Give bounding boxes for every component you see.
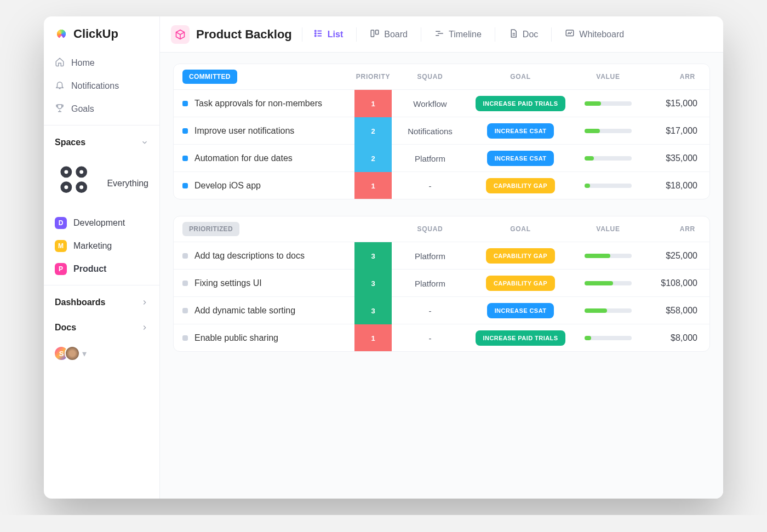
value-cell[interactable] [573, 336, 644, 340]
user-avatars[interactable]: S ▾ [44, 340, 159, 367]
arr-cell[interactable]: $17,000 [644, 126, 709, 136]
priority-cell[interactable]: 3 [354, 297, 392, 324]
everything-label: Everything [107, 179, 148, 188]
squad-cell[interactable]: - [392, 334, 468, 343]
chevron-down-icon [141, 139, 148, 146]
goal-cell[interactable]: CAPABILITY GAP [468, 276, 573, 291]
squad-cell[interactable]: Platform [392, 251, 468, 261]
brand-name: ClickUp [73, 27, 118, 41]
svg-point-2 [62, 184, 70, 191]
squad-cell[interactable]: Platform [392, 154, 468, 163]
view-tab-timeline[interactable]: Timeline [433, 25, 483, 44]
priority-cell[interactable]: 2 [354, 145, 392, 172]
sidebar-item-goals[interactable]: Goals [44, 98, 159, 121]
task-row[interactable]: Automation for due dates 2 Platform INCR… [174, 144, 709, 171]
space-badge: M [55, 240, 67, 252]
goal-cell[interactable]: INCREASE CSAT [468, 151, 573, 166]
dashboards-label: Dashboards [55, 298, 105, 307]
task-group: PRIORITIZED SQUAD GOAL VALUE ARR Add tag… [173, 216, 710, 352]
value-cell[interactable] [573, 129, 644, 133]
status-square-icon[interactable] [182, 101, 188, 106]
task-name: Fixing settings UI [194, 278, 262, 288]
goal-cell[interactable]: CAPABILITY GAP [468, 178, 573, 193]
task-row[interactable]: Enable public sharing 1 - INCREASE PAID … [174, 324, 709, 351]
sidebar-space-development[interactable]: DDevelopment [44, 211, 159, 234]
sidebar-item-everything[interactable]: Everything [44, 155, 159, 211]
sidebar-item-home[interactable]: Home [44, 52, 159, 75]
goal-cell[interactable]: INCREASE PAID TRIALS [468, 96, 573, 111]
goal-cell[interactable]: CAPABILITY GAP [468, 248, 573, 264]
arr-cell[interactable]: $25,000 [644, 251, 709, 261]
status-square-icon[interactable] [182, 128, 188, 134]
space-badge: P [55, 263, 67, 275]
task-name-cell: Enable public sharing [174, 333, 354, 343]
arr-cell[interactable]: $15,000 [644, 99, 709, 108]
status-pill[interactable]: PRIORITIZED [182, 222, 239, 236]
priority-cell[interactable]: 2 [354, 117, 392, 145]
sidebar-item-docs[interactable]: Docs [44, 315, 159, 340]
squad-cell[interactable]: - [392, 306, 468, 316]
spaces-header[interactable]: Spaces [44, 130, 159, 155]
status-square-icon[interactable] [182, 156, 188, 161]
svg-point-0 [62, 168, 70, 176]
task-row[interactable]: Develop iOS app 1 - CAPABILITY GAP $18,0… [174, 171, 709, 199]
sidebar-space-marketing[interactable]: MMarketing [44, 234, 159, 258]
view-tab-doc[interactable]: Doc [507, 25, 539, 44]
arr-cell[interactable]: $18,000 [644, 181, 709, 191]
status-pill[interactable]: COMMITTED [182, 70, 237, 84]
view-tab-list[interactable]: List [312, 25, 344, 44]
view-tab-whiteboard[interactable]: Whiteboard [564, 25, 625, 44]
space-label: Product [73, 264, 106, 274]
squad-cell[interactable]: Notifications [392, 127, 468, 136]
task-row[interactable]: Fixing settings UI 3 Platform CAPABILITY… [174, 269, 709, 296]
task-name-cell: Fixing settings UI [174, 278, 354, 288]
squad-cell[interactable]: Platform [392, 279, 468, 288]
status-square-icon[interactable] [182, 281, 188, 286]
value-cell[interactable] [573, 184, 644, 188]
priority-cell[interactable]: 1 [354, 90, 392, 117]
sidebar-item-dashboards[interactable]: Dashboards [44, 290, 159, 315]
sidebar-item-notifications[interactable]: Notifications [44, 75, 159, 98]
priority-cell[interactable]: 1 [354, 172, 392, 199]
priority-cell[interactable]: 1 [354, 324, 392, 352]
sidebar-space-product[interactable]: PProduct [44, 258, 159, 281]
status-square-icon[interactable] [182, 183, 188, 188]
status-square-icon[interactable] [182, 335, 188, 341]
task-row[interactable]: Add tag descriptions to docs 3 Platform … [174, 242, 709, 269]
divider [44, 285, 159, 285]
goal-pill: INCREASE CSAT [487, 303, 554, 318]
col-value: VALUE [573, 225, 644, 233]
task-row[interactable]: Task approvals for non-members 1 Workflo… [174, 89, 709, 117]
value-cell[interactable] [573, 156, 644, 161]
arr-cell[interactable]: $35,000 [644, 153, 709, 163]
status-square-icon[interactable] [182, 308, 188, 313]
divider [495, 27, 495, 42]
goal-cell[interactable]: INCREASE PAID TRIALS [468, 330, 573, 346]
spaces-label: Spaces [55, 138, 85, 147]
value-bar [585, 129, 632, 133]
task-name: Improve user notifications [194, 126, 294, 136]
value-cell[interactable] [573, 281, 644, 285]
page-title: Product Backlog [196, 27, 292, 42]
value-cell[interactable] [573, 101, 644, 106]
goal-cell[interactable]: INCREASE CSAT [468, 303, 573, 318]
svg-point-6 [314, 35, 316, 36]
arr-cell[interactable]: $8,000 [644, 333, 709, 343]
view-tab-board[interactable]: Board [369, 25, 409, 44]
priority-cell[interactable]: 3 [354, 270, 392, 297]
squad-cell[interactable]: Workflow [392, 99, 468, 108]
chevron-right-icon [141, 324, 148, 331]
task-row[interactable]: Improve user notifications 2 Notificatio… [174, 117, 709, 144]
space-label: Development [73, 218, 125, 228]
value-cell[interactable] [573, 254, 644, 258]
arr-cell[interactable]: $108,000 [644, 278, 709, 288]
goal-cell[interactable]: INCREASE CSAT [468, 123, 573, 139]
squad-cell[interactable]: - [392, 181, 468, 191]
priority-cell[interactable]: 3 [354, 242, 392, 270]
brand-logo[interactable]: ClickUp [44, 26, 159, 52]
divider [44, 125, 159, 125]
status-square-icon[interactable] [182, 253, 188, 259]
arr-cell[interactable]: $58,000 [644, 306, 709, 316]
value-cell[interactable] [573, 308, 644, 313]
task-row[interactable]: Add dynamic table sorting 3 - INCREASE C… [174, 296, 709, 324]
